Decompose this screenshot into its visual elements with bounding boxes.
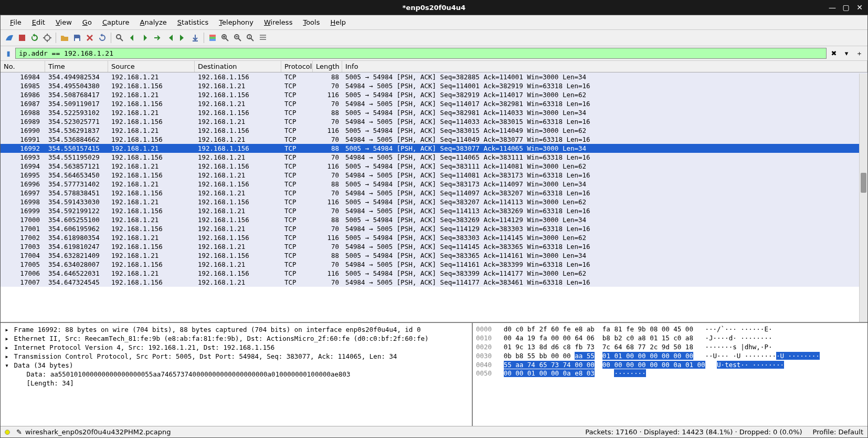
menu-go[interactable]: Go bbox=[77, 16, 97, 28]
svg-rect-4 bbox=[209, 35, 216, 37]
column-time[interactable]: Time bbox=[45, 61, 108, 72]
hex-row[interactable]: 0030 0b b8 55 bb 00 00 aa 55 01 01 00 00… bbox=[476, 352, 864, 361]
packet-row[interactable]: 17004354.632821409192.168.1.21192.168.1.… bbox=[1, 251, 867, 260]
menu-capture[interactable]: Capture bbox=[97, 16, 135, 28]
hex-row[interactable]: 0040 55 aa 74 65 73 74 00 00 00 00 00 00… bbox=[476, 361, 864, 370]
close-button[interactable]: ✕ bbox=[853, 2, 866, 13]
hex-row[interactable]: 0000 d0 c0 bf 2f 60 fe e8 ab fa 81 fe 9b… bbox=[476, 325, 864, 334]
maximize-button[interactable]: ▢ bbox=[840, 2, 852, 13]
find-icon[interactable] bbox=[114, 32, 125, 44]
tree-caret-icon[interactable]: ▸ bbox=[4, 326, 10, 333]
details-row[interactable]: ▸ Ethernet II, Src: ReecamTech_81:fe:9b … bbox=[2, 334, 471, 343]
edit-icon[interactable]: ✎ bbox=[16, 428, 22, 436]
menu-help[interactable]: Help bbox=[325, 16, 351, 28]
menu-analyze[interactable]: Analyze bbox=[135, 16, 172, 28]
hex-row[interactable]: 0020 01 9c 13 8d d6 c8 fb 73 7c 64 68 77… bbox=[476, 343, 864, 352]
display-filter-input[interactable] bbox=[15, 48, 827, 59]
column-destination[interactable]: Destination bbox=[195, 61, 281, 72]
go-to-packet-icon[interactable] bbox=[152, 32, 163, 44]
menu-file[interactable]: File bbox=[5, 16, 27, 28]
details-row[interactable]: ▸ Internet Protocol Version 4, Src: 192.… bbox=[2, 343, 471, 352]
packet-row[interactable]: 17001354.606195962192.168.1.156192.168.1… bbox=[1, 224, 867, 233]
packet-row[interactable]: 17000354.605255100192.168.1.21192.168.1.… bbox=[1, 215, 867, 224]
svg-point-1 bbox=[45, 35, 50, 40]
zoom-in-icon[interactable] bbox=[219, 32, 231, 44]
packet-row[interactable]: 17006354.646522031192.168.1.21192.168.1.… bbox=[1, 269, 867, 278]
minimize-button[interactable]: — bbox=[826, 2, 839, 13]
close-file-icon[interactable] bbox=[84, 32, 96, 44]
packet-row[interactable]: 16992354.550157415192.168.1.21192.168.1.… bbox=[1, 144, 867, 153]
reload-icon[interactable] bbox=[97, 32, 108, 44]
tree-caret-icon[interactable]: ▸ bbox=[4, 343, 10, 351]
packet-row[interactable]: 16984354.494982534192.168.1.21192.168.1.… bbox=[1, 72, 867, 81]
details-row[interactable]: [Length: 34] bbox=[2, 379, 471, 388]
details-row[interactable]: ▸ Frame 16992: 88 bytes on wire (704 bit… bbox=[2, 325, 471, 334]
restart-capture-icon[interactable] bbox=[29, 32, 40, 44]
tree-caret-icon[interactable]: ▸ bbox=[4, 352, 10, 360]
menu-statistics[interactable]: Statistics bbox=[172, 16, 214, 28]
go-last-icon[interactable] bbox=[177, 32, 188, 44]
column-source[interactable]: Source bbox=[108, 61, 195, 72]
packet-row[interactable]: 16991354.536884662192.168.1.156192.168.1… bbox=[1, 135, 867, 144]
zoom-reset-icon[interactable]: 1 bbox=[245, 32, 256, 44]
packet-row[interactable]: 16998354.591433030192.168.1.21192.168.1.… bbox=[1, 197, 867, 206]
hex-row[interactable]: 0050 00 00 01 00 00 0a e8 03 ········ bbox=[476, 369, 864, 378]
add-filter-button[interactable]: ＋ bbox=[854, 48, 864, 59]
capture-options-icon[interactable] bbox=[41, 32, 53, 44]
bookmark-filter-icon[interactable]: ▮ bbox=[4, 49, 13, 57]
menu-tools[interactable]: Tools bbox=[298, 16, 325, 28]
column-protocol[interactable]: Protocol bbox=[281, 61, 313, 72]
go-back-icon[interactable] bbox=[126, 32, 138, 44]
menu-edit[interactable]: Edit bbox=[27, 16, 50, 28]
packet-row[interactable]: 17005354.634028007192.168.1.156192.168.1… bbox=[1, 260, 867, 269]
auto-scroll-icon[interactable] bbox=[189, 32, 201, 44]
packet-list-scrollbar[interactable] bbox=[859, 74, 867, 322]
open-file-icon[interactable] bbox=[59, 32, 70, 44]
menu-telephony[interactable]: Telephony bbox=[214, 16, 259, 28]
status-profile[interactable]: Profile: Default bbox=[813, 428, 863, 436]
details-row[interactable]: Data: aa550101000000000000000055aa746573… bbox=[2, 370, 471, 379]
packet-row[interactable]: 16990354.536291837192.168.1.21192.168.1.… bbox=[1, 126, 867, 135]
packet-row[interactable]: 17003354.619810247192.168.1.156192.168.1… bbox=[1, 242, 867, 251]
packet-row[interactable]: 16995354.564653450192.168.1.156192.168.1… bbox=[1, 171, 867, 180]
packet-row[interactable]: 16988354.522593102192.168.1.21192.168.1.… bbox=[1, 108, 867, 117]
packet-row[interactable]: 16999354.592199122192.168.1.156192.168.1… bbox=[1, 206, 867, 215]
packet-row[interactable]: 17002354.618980354192.168.1.21192.168.1.… bbox=[1, 233, 867, 242]
window-title: *enp0s20f0u4u4 bbox=[403, 4, 465, 12]
details-row[interactable]: ▾ Data (34 bytes) bbox=[2, 361, 471, 370]
zoom-out-icon[interactable] bbox=[232, 32, 244, 44]
packet-row[interactable]: 16994354.563857121192.168.1.21192.168.1.… bbox=[1, 162, 867, 171]
expert-info-icon[interactable] bbox=[5, 430, 10, 435]
menu-wireless[interactable]: Wireless bbox=[259, 16, 298, 28]
details-row[interactable]: ▸ Transmission Control Protocol, Src Por… bbox=[2, 352, 471, 361]
packet-row[interactable]: 17007354.647324545192.168.1.156192.168.1… bbox=[1, 278, 867, 287]
packet-row[interactable]: 16987354.509119017192.168.1.156192.168.1… bbox=[1, 99, 867, 108]
packet-bytes-pane[interactable]: 0000 d0 c0 bf 2f 60 fe e8 ab fa 81 fe 9b… bbox=[473, 323, 867, 426]
clear-filter-icon[interactable]: ✖ bbox=[829, 48, 839, 59]
packet-list-pane[interactable]: No. Time Source Destination Protocol Len… bbox=[1, 61, 867, 322]
column-length[interactable]: Length bbox=[313, 61, 342, 72]
colorize-icon[interactable] bbox=[207, 32, 218, 44]
packet-row[interactable]: 16986354.508768417192.168.1.21192.168.1.… bbox=[1, 90, 867, 99]
column-info[interactable]: Info bbox=[342, 61, 867, 72]
packet-details-pane[interactable]: ▸ Frame 16992: 88 bytes on wire (704 bit… bbox=[1, 323, 473, 426]
resize-columns-icon[interactable] bbox=[257, 32, 269, 44]
hex-row[interactable]: 0010 00 4a 19 fa 00 00 64 06 b8 b2 c0 a8… bbox=[476, 334, 864, 343]
tree-caret-icon[interactable]: ▾ bbox=[4, 361, 10, 369]
scrollbar-thumb[interactable] bbox=[861, 173, 866, 193]
packet-row[interactable]: 16996354.577731402192.168.1.21192.168.1.… bbox=[1, 180, 867, 189]
packet-row[interactable]: 16989354.523025771192.168.1.156192.168.1… bbox=[1, 117, 867, 126]
packet-row[interactable]: 16997354.578838451192.168.1.156192.168.1… bbox=[1, 189, 867, 197]
packet-list-header[interactable]: No. Time Source Destination Protocol Len… bbox=[1, 61, 867, 72]
column-no[interactable]: No. bbox=[1, 61, 45, 72]
save-file-icon[interactable] bbox=[71, 32, 83, 44]
packet-row[interactable]: 16985354.495504380192.168.1.156192.168.1… bbox=[1, 81, 867, 90]
apply-filter-icon[interactable]: ▾ bbox=[841, 48, 852, 59]
stop-capture-icon[interactable] bbox=[16, 32, 28, 44]
menu-view[interactable]: View bbox=[50, 16, 77, 28]
tree-caret-icon[interactable]: ▸ bbox=[4, 335, 10, 342]
shark-fin-start-icon[interactable] bbox=[4, 32, 15, 44]
go-forward-icon[interactable] bbox=[139, 32, 151, 44]
go-first-icon[interactable] bbox=[164, 32, 176, 44]
packet-row[interactable]: 16993354.551195029192.168.1.156192.168.1… bbox=[1, 153, 867, 162]
